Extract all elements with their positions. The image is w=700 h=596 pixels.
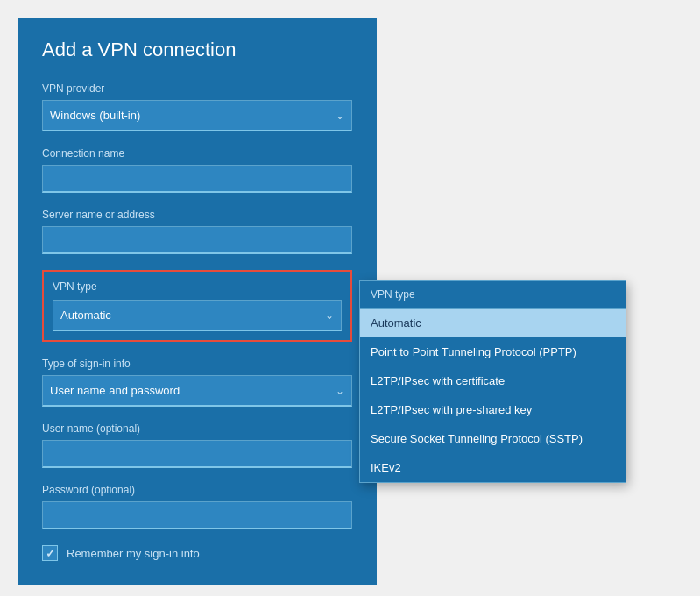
connection-name-input[interactable] bbox=[42, 165, 352, 193]
vpn-provider-value: Windows (built-in) bbox=[50, 109, 140, 122]
signin-type-group: Type of sign-in info User name and passw… bbox=[42, 358, 352, 407]
vpn-type-option-l2tp-psk[interactable]: L2TP/IPsec with pre-shared key bbox=[360, 395, 626, 424]
vpn-type-dropdown[interactable]: Automatic ⌄ bbox=[53, 300, 342, 331]
vpn-type-chevron-icon: ⌄ bbox=[325, 309, 334, 322]
signin-type-chevron-icon: ⌄ bbox=[336, 385, 344, 397]
page-container: Add a VPN connection VPN provider Window… bbox=[18, 18, 682, 596]
signin-type-dropdown[interactable]: User name and password ⌄ bbox=[42, 375, 352, 407]
password-input[interactable] bbox=[42, 501, 352, 529]
vpn-provider-group: VPN provider Windows (built-in) ⌄ bbox=[42, 82, 352, 131]
vpn-type-popup: VPN type Automatic Point to Point Tunnel… bbox=[359, 280, 626, 483]
vpn-type-option-automatic[interactable]: Automatic bbox=[360, 309, 626, 337]
vpn-type-group: VPN type Automatic ⌄ bbox=[42, 270, 352, 342]
remember-checkbox[interactable]: ✓ bbox=[42, 545, 58, 561]
connection-name-label: Connection name bbox=[42, 147, 352, 160]
username-group: User name (optional) bbox=[42, 422, 352, 468]
signin-type-value: User name and password bbox=[50, 384, 180, 397]
password-group: Password (optional) bbox=[42, 484, 352, 529]
server-label: Server name or address bbox=[42, 209, 352, 221]
username-input[interactable] bbox=[42, 440, 352, 468]
vpn-provider-chevron-icon: ⌄ bbox=[336, 110, 344, 122]
server-name-group: Server name or address bbox=[42, 209, 352, 254]
password-label: Password (optional) bbox=[42, 484, 352, 496]
page-title: Add a VPN connection bbox=[42, 39, 352, 61]
vpn-provider-dropdown[interactable]: Windows (built-in) ⌄ bbox=[42, 100, 352, 131]
vpn-type-value: Automatic bbox=[60, 309, 111, 322]
signin-type-label: Type of sign-in info bbox=[42, 358, 352, 370]
vpn-type-option-ikev2[interactable]: IKEv2 bbox=[360, 453, 626, 482]
checkmark-icon: ✓ bbox=[46, 547, 55, 560]
remember-signin-row[interactable]: ✓ Remember my sign-in info bbox=[42, 545, 352, 561]
vpn-type-label: VPN type bbox=[53, 280, 342, 293]
vpn-type-option-sstp[interactable]: Secure Socket Tunneling Protocol (SSTP) bbox=[360, 424, 626, 453]
vpn-provider-label: VPN provider bbox=[42, 82, 352, 95]
server-name-input[interactable] bbox=[42, 226, 352, 254]
vpn-type-option-l2tp-cert[interactable]: L2TP/IPsec with certificate bbox=[360, 366, 626, 395]
remember-label: Remember my sign-in info bbox=[67, 547, 200, 560]
connection-name-group: Connection name bbox=[42, 147, 352, 193]
popup-header: VPN type bbox=[360, 281, 626, 309]
vpn-type-option-pptp[interactable]: Point to Point Tunneling Protocol (PPTP) bbox=[360, 337, 626, 366]
vpn-panel: Add a VPN connection VPN provider Window… bbox=[18, 18, 377, 585]
username-label: User name (optional) bbox=[42, 422, 352, 435]
